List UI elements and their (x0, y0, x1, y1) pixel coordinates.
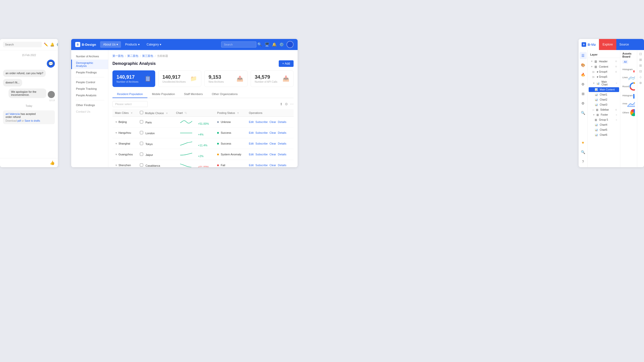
layer-item-chart1[interactable]: 📊 Chart1 (589, 92, 619, 97)
layer-item-header[interactable]: ▼ ▥ Header ⚙ (589, 59, 619, 64)
right-icon-help[interactable]: ? (580, 158, 587, 165)
layer-item-chart2[interactable]: 📊 Chart2 (589, 97, 619, 102)
nav-category[interactable]: Category ▾ (144, 41, 165, 48)
op-subscribe-3[interactable]: Subscribe (255, 153, 268, 156)
toolbar-more-button[interactable]: ⋯ (290, 102, 294, 106)
save-to-drafts-link[interactable]: Save to drafts (25, 119, 40, 122)
add-button[interactable]: + Add (279, 60, 294, 67)
op-details-2[interactable]: Details (278, 142, 287, 145)
op-subscribe-1[interactable]: Subscribe (255, 131, 268, 134)
col-checkbox-multiple-choice[interactable] (140, 111, 143, 114)
op-details-0[interactable]: Details (278, 120, 287, 123)
row-checkbox-0[interactable] (140, 120, 143, 123)
breadcrumb-3[interactable]: 第三面包 (142, 54, 153, 58)
filter-icon-status[interactable]: ▼ (237, 112, 239, 114)
op-edit-1[interactable]: Edit (249, 131, 254, 134)
op-subscribe-0[interactable]: Subscribe (255, 120, 268, 123)
layer-item-main-chart[interactable]: ▼ 📊 Main Chart ≡ (589, 79, 619, 87)
action-icon-3[interactable]: ⊞ (639, 64, 642, 67)
op-clear-4[interactable]: Clear (269, 164, 276, 167)
right-nav-explore[interactable]: Explore (599, 39, 616, 50)
chat-send-button[interactable]: 👍 (50, 160, 55, 165)
layer-item-chart3[interactable]: 📊 Chart3 (589, 102, 619, 107)
op-clear-1[interactable]: Clear (269, 131, 276, 134)
right-icon-settings-1[interactable]: ⚙ (580, 81, 587, 88)
layer-item-chart6[interactable]: 📊 Chart6 (589, 132, 619, 137)
sidebar-item-population-overview[interactable]: Number of Archives (71, 53, 108, 60)
sidebar-item-people-analysis[interactable]: People Analysis (71, 92, 108, 99)
table-select-placeholder[interactable]: Please select (112, 101, 148, 107)
layer-item-chart5[interactable]: 📊 Chart5 (589, 127, 619, 132)
layer-item-footer[interactable]: ▼ ▥ Footer ≡ (589, 112, 619, 117)
layer-item-chart4[interactable]: 📊 Chart4 (589, 122, 619, 127)
action-icon-1[interactable]: ⊡ (639, 52, 642, 56)
toolbar-filter-button[interactable]: ⬆ (280, 102, 283, 106)
op-edit-4[interactable]: Edit (249, 164, 254, 167)
right-icon-star[interactable]: ★ (580, 139, 587, 146)
layer-item-group4[interactable]: ▷ ● Group4 ⚙ (589, 69, 619, 74)
row-checkbox-3[interactable] (140, 153, 143, 156)
row-checkbox-2[interactable] (140, 142, 143, 145)
chat-settings-button[interactable]: ⚙️ (56, 41, 58, 48)
op-edit-2[interactable]: Edit (249, 142, 254, 145)
sidebar-item-people-tracking[interactable]: People Tracking (71, 85, 108, 92)
layer-item-sidebar[interactable]: ▷ ▥ Sidebar ⚙ (589, 107, 619, 112)
sidebar-item-contact-us[interactable]: Contact Us (71, 108, 108, 115)
nav-bell-button[interactable]: 🔔 (272, 42, 277, 47)
nav-user-avatar[interactable] (287, 41, 294, 48)
op-details-1[interactable]: Details (278, 131, 287, 134)
nav-search-input[interactable] (221, 41, 256, 48)
chat-message-input[interactable] (3, 161, 50, 164)
sidebar-item-demographic-analysis[interactable]: Demographic Analysis (71, 60, 108, 69)
right-icon-zoom[interactable]: 🔍 (580, 109, 587, 116)
right-icon-layers[interactable]: ☰ (580, 52, 587, 59)
right-icon-grid[interactable]: ⊞ (580, 90, 587, 97)
filter-icon-choice[interactable]: ▼ (166, 112, 168, 115)
layer-item-main-content[interactable]: 📊 Main Content (589, 87, 619, 92)
download-pdf-link[interactable]: pdf (17, 119, 21, 122)
right-icon-search[interactable]: 🔍 (580, 149, 587, 156)
assets-tab-all[interactable]: All (622, 60, 628, 64)
chat-search-input[interactable] (3, 42, 42, 47)
nav-products[interactable]: Products ▾ (122, 41, 142, 48)
row-checkbox-1[interactable] (140, 131, 143, 134)
right-icon-color[interactable]: 🎨 (580, 62, 587, 69)
op-subscribe-4[interactable]: Subscribe (255, 164, 268, 167)
chat-bell-button[interactable]: 🔔 (50, 41, 54, 48)
nav-about-us[interactable]: About Us ▾ (100, 41, 121, 48)
op-edit-0[interactable]: Edit (249, 120, 254, 123)
breadcrumb-1[interactable]: 第一面包 (112, 54, 124, 58)
sidebar-item-people-control[interactable]: People Control (71, 79, 108, 85)
tab-staff[interactable]: Staff Members (179, 90, 207, 98)
breadcrumb-2[interactable]: 第二面包 (127, 54, 138, 58)
right-nav-source[interactable]: Source (616, 39, 644, 50)
nav-monitor-button[interactable]: 🖥️ (265, 42, 269, 47)
action-icon-5[interactable]: ⊹ (639, 75, 642, 79)
tab-other[interactable]: Other Organizations (207, 90, 242, 98)
row-checkbox-4[interactable] (140, 163, 143, 167)
toolbar-settings-button[interactable]: ⚙ (285, 102, 288, 106)
action-icon-6[interactable]: ⊗ (639, 81, 642, 85)
op-details-4[interactable]: Details (278, 164, 287, 167)
right-icon-fire[interactable]: 🔥 (580, 71, 587, 78)
op-clear-2[interactable]: Clear (269, 142, 276, 145)
layer-item-group5b[interactable]: ▥ Group 5 ≡ (589, 117, 619, 122)
layer-item-content[interactable]: ▼ ▥ Content ⚙ (589, 64, 619, 69)
tab-mobile[interactable]: Mobile Population (147, 90, 179, 98)
layer-item-group5[interactable]: ▷ ● Group5 (589, 74, 619, 79)
op-clear-3[interactable]: Clear (269, 153, 276, 156)
action-icon-4[interactable]: ⊟ (639, 69, 642, 73)
op-edit-3[interactable]: Edit (249, 153, 254, 156)
tab-resident[interactable]: Resident Population (112, 90, 147, 98)
right-icon-settings-2[interactable]: ⚙ (580, 100, 587, 107)
op-clear-0[interactable]: Clear (269, 120, 276, 123)
chat-compose-button[interactable]: ✏️ (44, 41, 48, 48)
sidebar-item-people-findings[interactable]: People Findings (71, 69, 108, 76)
nav-settings-button[interactable]: ⚙️ (279, 42, 284, 47)
nav-search-button[interactable]: 🔍 (257, 42, 262, 47)
op-details-3[interactable]: Details (278, 153, 287, 156)
action-icon-2[interactable]: ⊠ (639, 58, 642, 62)
filter-icon-cities[interactable]: ▼ (130, 112, 133, 114)
op-subscribe-2[interactable]: Subscribe (255, 142, 268, 145)
filter-icon-chart[interactable]: % (185, 112, 187, 114)
